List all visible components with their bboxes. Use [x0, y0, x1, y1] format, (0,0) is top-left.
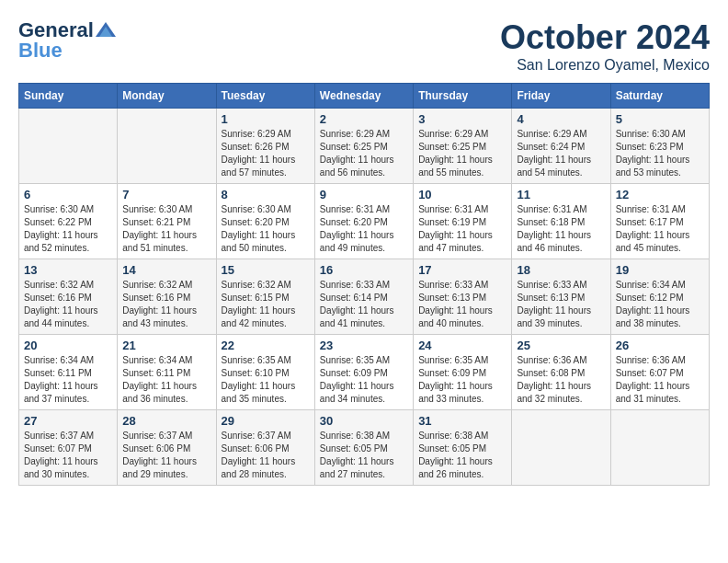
- day-info: Sunrise: 6:36 AM Sunset: 6:07 PM Dayligh…: [616, 354, 704, 406]
- day-info: Sunrise: 6:32 AM Sunset: 6:16 PM Dayligh…: [24, 279, 112, 330]
- calendar-cell: 20Sunrise: 6:34 AM Sunset: 6:11 PM Dayli…: [19, 335, 118, 410]
- day-number: 6: [24, 188, 112, 201]
- calendar-cell: 11Sunrise: 6:31 AM Sunset: 6:18 PM Dayli…: [512, 184, 610, 259]
- location: San Lorenzo Oyamel, Mexico: [500, 57, 710, 74]
- header-friday: Friday: [512, 84, 610, 109]
- day-number: 22: [222, 339, 310, 352]
- day-info: Sunrise: 6:35 AM Sunset: 6:09 PM Dayligh…: [418, 354, 506, 406]
- day-number: 16: [320, 263, 408, 277]
- day-number: 21: [122, 339, 210, 352]
- logo-icon: [96, 22, 116, 37]
- day-info: Sunrise: 6:33 AM Sunset: 6:13 PM Dayligh…: [418, 279, 506, 330]
- day-info: Sunrise: 6:35 AM Sunset: 6:09 PM Dayligh…: [320, 354, 408, 406]
- calendar-week-row: 6Sunrise: 6:30 AM Sunset: 6:22 PM Daylig…: [19, 184, 710, 259]
- day-number: 17: [418, 263, 506, 277]
- day-info: Sunrise: 6:38 AM Sunset: 6:05 PM Dayligh…: [320, 430, 408, 481]
- day-info: Sunrise: 6:30 AM Sunset: 6:23 PM Dayligh…: [616, 128, 704, 179]
- calendar-cell: 17Sunrise: 6:33 AM Sunset: 6:13 PM Dayli…: [414, 259, 512, 335]
- calendar-cell: [512, 410, 610, 486]
- calendar-cell: 2Sunrise: 6:29 AM Sunset: 6:25 PM Daylig…: [314, 109, 413, 184]
- calendar-cell: 16Sunrise: 6:33 AM Sunset: 6:14 PM Dayli…: [314, 259, 413, 335]
- day-number: 11: [517, 188, 605, 201]
- calendar-cell: 29Sunrise: 6:37 AM Sunset: 6:06 PM Dayli…: [216, 410, 314, 486]
- day-number: 9: [320, 188, 408, 201]
- day-number: 15: [222, 263, 310, 277]
- day-info: Sunrise: 6:34 AM Sunset: 6:11 PM Dayligh…: [122, 354, 210, 406]
- calendar-cell: [19, 109, 118, 184]
- day-info: Sunrise: 6:33 AM Sunset: 6:14 PM Dayligh…: [320, 279, 408, 330]
- calendar-cell: 27Sunrise: 6:37 AM Sunset: 6:07 PM Dayli…: [19, 410, 118, 486]
- calendar-cell: 25Sunrise: 6:36 AM Sunset: 6:08 PM Dayli…: [512, 335, 610, 410]
- calendar-cell: [610, 410, 709, 486]
- day-info: Sunrise: 6:29 AM Sunset: 6:25 PM Dayligh…: [418, 128, 506, 179]
- logo-blue: Blue: [18, 39, 63, 63]
- day-number: 23: [320, 339, 408, 352]
- calendar-cell: 22Sunrise: 6:35 AM Sunset: 6:10 PM Dayli…: [216, 335, 314, 410]
- header-sunday: Sunday: [19, 84, 118, 109]
- day-info: Sunrise: 6:31 AM Sunset: 6:17 PM Dayligh…: [616, 203, 704, 255]
- day-info: Sunrise: 6:31 AM Sunset: 6:19 PM Dayligh…: [418, 203, 506, 255]
- calendar-cell: 24Sunrise: 6:35 AM Sunset: 6:09 PM Dayli…: [414, 335, 512, 410]
- day-number: 18: [517, 263, 605, 277]
- day-number: 24: [418, 339, 506, 352]
- month-title: October 2024: [500, 18, 710, 57]
- calendar-week-row: 13Sunrise: 6:32 AM Sunset: 6:16 PM Dayli…: [19, 259, 710, 335]
- day-info: Sunrise: 6:34 AM Sunset: 6:11 PM Dayligh…: [24, 354, 112, 406]
- day-number: 30: [320, 414, 408, 428]
- day-info: Sunrise: 6:30 AM Sunset: 6:20 PM Dayligh…: [222, 203, 310, 255]
- day-number: 28: [122, 414, 210, 428]
- day-info: Sunrise: 6:29 AM Sunset: 6:24 PM Dayligh…: [517, 128, 605, 179]
- day-info: Sunrise: 6:31 AM Sunset: 6:20 PM Dayligh…: [320, 203, 408, 255]
- calendar-cell: 15Sunrise: 6:32 AM Sunset: 6:15 PM Dayli…: [216, 259, 314, 335]
- day-info: Sunrise: 6:29 AM Sunset: 6:25 PM Dayligh…: [320, 128, 408, 179]
- day-number: 10: [418, 188, 506, 201]
- title-area: October 2024 San Lorenzo Oyamel, Mexico: [500, 18, 710, 74]
- calendar-header-row: SundayMondayTuesdayWednesdayThursdayFrid…: [19, 84, 710, 109]
- day-number: 25: [517, 339, 605, 352]
- header-monday: Monday: [118, 84, 216, 109]
- day-number: 8: [222, 188, 310, 201]
- calendar-cell: 21Sunrise: 6:34 AM Sunset: 6:11 PM Dayli…: [118, 335, 216, 410]
- calendar-cell: 19Sunrise: 6:34 AM Sunset: 6:12 PM Dayli…: [610, 259, 709, 335]
- day-info: Sunrise: 6:37 AM Sunset: 6:06 PM Dayligh…: [122, 430, 210, 481]
- calendar-cell: 30Sunrise: 6:38 AM Sunset: 6:05 PM Dayli…: [314, 410, 413, 486]
- day-number: 4: [517, 112, 605, 126]
- calendar-cell: 18Sunrise: 6:33 AM Sunset: 6:13 PM Dayli…: [512, 259, 610, 335]
- calendar-cell: 4Sunrise: 6:29 AM Sunset: 6:24 PM Daylig…: [512, 109, 610, 184]
- calendar-cell: 31Sunrise: 6:38 AM Sunset: 6:05 PM Dayli…: [414, 410, 512, 486]
- day-number: 12: [616, 188, 704, 201]
- day-info: Sunrise: 6:32 AM Sunset: 6:15 PM Dayligh…: [222, 279, 310, 330]
- calendar-cell: 28Sunrise: 6:37 AM Sunset: 6:06 PM Dayli…: [118, 410, 216, 486]
- day-number: 2: [320, 112, 408, 126]
- calendar-cell: 12Sunrise: 6:31 AM Sunset: 6:17 PM Dayli…: [610, 184, 709, 259]
- header-thursday: Thursday: [414, 84, 512, 109]
- day-info: Sunrise: 6:30 AM Sunset: 6:21 PM Dayligh…: [122, 203, 210, 255]
- logo: General Blue: [18, 18, 116, 63]
- day-info: Sunrise: 6:30 AM Sunset: 6:22 PM Dayligh…: [24, 203, 112, 255]
- calendar-cell: 7Sunrise: 6:30 AM Sunset: 6:21 PM Daylig…: [118, 184, 216, 259]
- calendar-week-row: 1Sunrise: 6:29 AM Sunset: 6:26 PM Daylig…: [19, 109, 710, 184]
- day-info: Sunrise: 6:31 AM Sunset: 6:18 PM Dayligh…: [517, 203, 605, 255]
- day-info: Sunrise: 6:37 AM Sunset: 6:07 PM Dayligh…: [24, 430, 112, 481]
- calendar-cell: [118, 109, 216, 184]
- day-number: 3: [418, 112, 506, 126]
- calendar-cell: 3Sunrise: 6:29 AM Sunset: 6:25 PM Daylig…: [414, 109, 512, 184]
- day-number: 19: [616, 263, 704, 277]
- day-info: Sunrise: 6:38 AM Sunset: 6:05 PM Dayligh…: [418, 430, 506, 481]
- calendar-week-row: 20Sunrise: 6:34 AM Sunset: 6:11 PM Dayli…: [19, 335, 710, 410]
- day-number: 29: [222, 414, 310, 428]
- calendar-cell: 10Sunrise: 6:31 AM Sunset: 6:19 PM Dayli…: [414, 184, 512, 259]
- day-info: Sunrise: 6:37 AM Sunset: 6:06 PM Dayligh…: [222, 430, 310, 481]
- day-info: Sunrise: 6:32 AM Sunset: 6:16 PM Dayligh…: [122, 279, 210, 330]
- day-number: 1: [222, 112, 310, 126]
- day-number: 5: [616, 112, 704, 126]
- day-number: 20: [24, 339, 112, 352]
- calendar-cell: 23Sunrise: 6:35 AM Sunset: 6:09 PM Dayli…: [314, 335, 413, 410]
- day-info: Sunrise: 6:35 AM Sunset: 6:10 PM Dayligh…: [222, 354, 310, 406]
- day-number: 7: [122, 188, 210, 201]
- calendar-cell: 13Sunrise: 6:32 AM Sunset: 6:16 PM Dayli…: [19, 259, 118, 335]
- calendar-cell: 9Sunrise: 6:31 AM Sunset: 6:20 PM Daylig…: [314, 184, 413, 259]
- calendar-cell: 26Sunrise: 6:36 AM Sunset: 6:07 PM Dayli…: [610, 335, 709, 410]
- calendar-cell: 5Sunrise: 6:30 AM Sunset: 6:23 PM Daylig…: [610, 109, 709, 184]
- calendar-cell: 8Sunrise: 6:30 AM Sunset: 6:20 PM Daylig…: [216, 184, 314, 259]
